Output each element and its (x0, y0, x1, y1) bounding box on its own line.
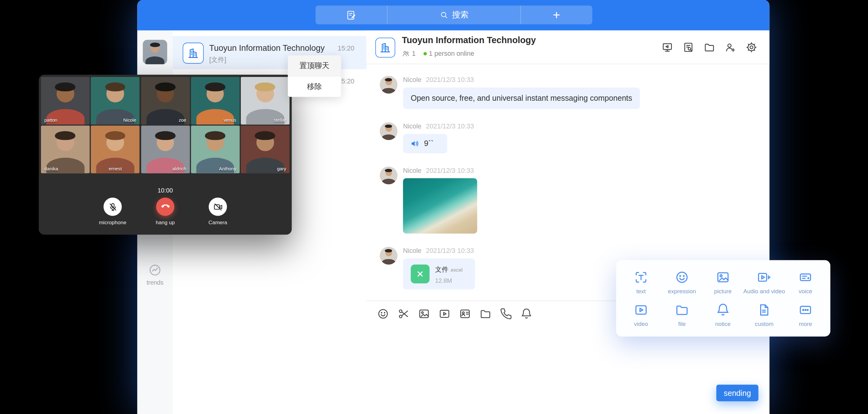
participant-grid: patton Nicole zoe venus stellar danika e… (41, 77, 289, 173)
sender-name: Nicole (403, 76, 421, 84)
mic-off-icon (107, 202, 118, 212)
conversation-title: Tuoyun Information Technology (209, 43, 324, 53)
chat-title: Tuoyun Information Technology (402, 35, 536, 45)
scissors-icon[interactable] (397, 308, 410, 320)
call-duration: 10:00 (39, 187, 292, 194)
sender-avatar[interactable] (380, 122, 397, 140)
user-avatar[interactable] (143, 40, 167, 64)
excel-file-icon (411, 264, 430, 283)
search-input[interactable]: 搜索 (387, 5, 521, 24)
panel-item-notice[interactable]: notice (703, 298, 743, 331)
panel-item-text[interactable]: text (620, 265, 661, 298)
panel-item-label: picture (714, 287, 732, 294)
message-image: Nicole2021/12/3 10:33 (380, 167, 756, 233)
menu-item-pin-chat[interactable]: 置顶聊天 (288, 56, 341, 76)
panel-item-label: expression (668, 287, 696, 294)
participant-name: venus (224, 117, 237, 123)
panel-item-audio-video[interactable]: Audio and video (743, 265, 785, 298)
panel-item-label: video (634, 320, 648, 327)
message-type-panel: text expression picture Audio and video … (616, 260, 830, 337)
document-icon (757, 302, 772, 317)
panel-item-expression[interactable]: expression (661, 265, 703, 298)
participant-name: stellar (274, 117, 286, 123)
control-label: microphone (99, 219, 126, 225)
smiley-icon[interactable] (377, 308, 389, 320)
video-icon (634, 302, 648, 317)
file-name: 文件 (435, 265, 448, 273)
add-member-icon[interactable] (725, 41, 736, 53)
participant-video: Nicole (91, 77, 140, 125)
sender-avatar[interactable] (380, 167, 397, 184)
panel-item-more[interactable]: more (785, 298, 826, 331)
phone-icon[interactable] (500, 308, 512, 320)
panel-item-label: custom (755, 320, 774, 327)
plus-icon: + (553, 7, 560, 23)
building-icon (183, 42, 204, 63)
file-size: 12.8M (435, 277, 463, 284)
menu-item-remove[interactable]: 移除 (288, 76, 341, 97)
bell-icon[interactable] (520, 308, 533, 320)
note-edit-icon (346, 9, 356, 20)
voice-icon (798, 270, 813, 284)
participant-name: Nicole (123, 117, 136, 123)
id-card-icon[interactable] (459, 308, 471, 320)
participant-video: zoe (141, 77, 190, 125)
trends-label: trends (147, 279, 163, 286)
message-input[interactable] (367, 326, 769, 414)
hang-up-button[interactable] (156, 197, 174, 216)
building-icon (375, 38, 396, 58)
screen: 搜索 + trends Tuoyun Inf (0, 0, 868, 414)
chat-history-icon[interactable] (682, 41, 694, 53)
voice-bubble[interactable]: 9`` (403, 134, 447, 153)
message-voice: Nicole2021/12/3 10:33 9`` (380, 122, 756, 153)
member-count: 1 (412, 50, 415, 58)
sender-name: Nicole (403, 167, 421, 174)
panel-item-video[interactable]: video (620, 298, 661, 331)
folder-icon[interactable] (479, 308, 492, 320)
participant-name: zoe (179, 117, 186, 123)
participant-video: stellar (241, 77, 289, 125)
speaker-icon (410, 138, 420, 149)
search-bar: 搜索 + (316, 5, 592, 24)
voice-duration: 9`` (424, 138, 434, 149)
sender-avatar[interactable] (380, 247, 397, 264)
panel-item-picture[interactable]: picture (703, 265, 743, 298)
folder-icon (675, 302, 689, 317)
control-label: Camera (208, 219, 227, 225)
panel-item-label: Audio and video (743, 287, 785, 294)
folder-icon[interactable] (704, 41, 715, 53)
context-menu: 置顶聊天 移除 (288, 56, 341, 97)
audio-video-icon (757, 270, 772, 284)
camera-button[interactable] (209, 197, 227, 216)
participant-name: ernest (109, 166, 122, 171)
participant-name: aldrich (172, 166, 186, 171)
image-attachment[interactable] (403, 178, 477, 234)
conversation-preview: [文件] (209, 56, 226, 65)
panel-item-voice[interactable]: voice (785, 265, 826, 298)
chat-header: Tuoyun Information Technology 1 1 person… (367, 31, 769, 64)
search-placeholder: 搜索 (452, 9, 468, 20)
settings-icon[interactable] (746, 41, 757, 53)
sender-avatar[interactable] (380, 76, 397, 93)
video-icon[interactable] (438, 308, 451, 320)
sidebar-item-trends[interactable]: trends (137, 263, 173, 286)
chat-subtitle: 1 1 person online (402, 50, 474, 58)
panel-item-file[interactable]: file (661, 298, 703, 331)
panel-item-label: text (636, 287, 646, 294)
panel-item-custom[interactable]: custom (743, 298, 785, 331)
chat-panel: Tuoyun Information Technology 1 1 person… (367, 31, 769, 414)
participant-video: ernest (91, 126, 140, 173)
panel-item-label: file (678, 320, 685, 327)
participant-video: Anthony (191, 126, 240, 173)
smiley-icon (675, 270, 689, 284)
search-icon (439, 10, 448, 20)
file-attachment[interactable]: 文件.excel 12.8M (403, 258, 475, 290)
panel-item-label: notice (715, 320, 731, 327)
microphone-button[interactable] (103, 197, 122, 216)
send-button[interactable]: sending (716, 385, 758, 402)
add-button[interactable]: + (521, 5, 592, 24)
group-notice-icon[interactable] (661, 41, 673, 53)
picture-icon[interactable] (418, 308, 430, 320)
hang-up-icon (160, 201, 170, 213)
compose-button[interactable] (316, 5, 388, 24)
